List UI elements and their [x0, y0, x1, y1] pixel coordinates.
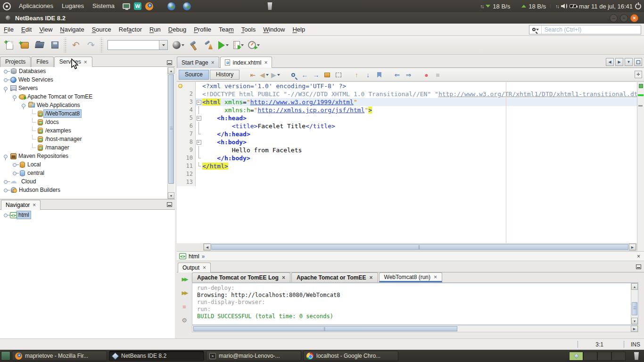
- workspace-3[interactable]: [597, 352, 611, 361]
- rectangular-selection-button[interactable]: [333, 70, 344, 80]
- menu-profile[interactable]: Profile: [190, 24, 215, 36]
- tree-item[interactable]: /WebTomcat8: [0, 109, 175, 118]
- expander-icon[interactable]: [3, 67, 10, 75]
- network-traffic-icon[interactable]: ↑↓: [480, 3, 483, 9]
- tree-item[interactable]: Servers: [0, 84, 175, 92]
- code-line-12[interactable]: 12: [177, 170, 637, 178]
- no-errors-badge[interactable]: [639, 84, 643, 88]
- tree-item[interactable]: Apache Tomcat or TomEE: [0, 92, 175, 101]
- network-indicator-icon[interactable]: ↑↓: [555, 3, 559, 9]
- output-hscrollbar[interactable]: ▶: [192, 325, 638, 332]
- next-occurrence-button[interactable]: ↓: [363, 70, 373, 80]
- workspace-4[interactable]: [611, 352, 626, 361]
- ubuntu-menu-lugares[interactable]: Lugares: [58, 0, 88, 12]
- expander-icon[interactable]: [3, 84, 10, 92]
- display-icon[interactable]: [123, 3, 130, 9]
- clock[interactable]: mar 11 de jul, 16:41: [579, 3, 633, 10]
- ubuntu-menu-aplicaciones[interactable]: Aplicaciones: [15, 0, 58, 12]
- tree-item[interactable]: Web Applications: [0, 101, 175, 109]
- tab-output[interactable]: Output×: [178, 263, 211, 272]
- minimize-window-group-icon[interactable]: [636, 264, 641, 269]
- new-project-button[interactable]: [17, 38, 32, 52]
- tree-item[interactable]: Cloud: [0, 177, 175, 186]
- close-icon[interactable]: ×: [282, 275, 285, 280]
- stripe-mark-green[interactable]: [638, 94, 644, 96]
- globe-icon[interactable]: [167, 2, 175, 10]
- code-editor[interactable]: <?xml version='1.0' encoding='UTF-8' ?>2…: [177, 82, 637, 243]
- dropdown-caret-icon[interactable]: [226, 44, 229, 46]
- code-line-5[interactable]: 5 <h:head>: [177, 114, 637, 122]
- code-line-10[interactable]: 10 </h:body>: [177, 154, 637, 162]
- code-line-8[interactable]: 8 <h:body>: [177, 138, 637, 146]
- new-file-button[interactable]: [2, 38, 17, 52]
- previous-match-button[interactable]: ←: [299, 70, 310, 80]
- menu-refactor[interactable]: Refactor: [115, 24, 146, 36]
- menu-debug[interactable]: Debug: [165, 24, 190, 36]
- split-document-icon[interactable]: ✛: [635, 71, 642, 78]
- menu-window[interactable]: Window: [259, 24, 289, 36]
- debug-project-button[interactable]: [231, 38, 246, 52]
- rerun-with-different-parameters-button[interactable]: ▶▶: [180, 288, 189, 297]
- stop-macro-recording-button[interactable]: ■: [432, 70, 443, 80]
- trash-icon[interactable]: [634, 352, 639, 360]
- output-console[interactable]: run-deploy:Browsing: http://localhost:80…: [192, 283, 638, 325]
- expander-icon[interactable]: [3, 177, 10, 186]
- tab-services[interactable]: Services×: [54, 57, 92, 67]
- close-icon[interactable]: ×: [211, 60, 215, 66]
- search-scope-caret-icon[interactable]: [536, 29, 539, 31]
- taskbar-window-button[interactable]: »mario@mario-Lenovo-...: [206, 351, 301, 361]
- tree-item[interactable]: /manager: [0, 143, 175, 152]
- dropdown-caret-icon[interactable]: [277, 74, 280, 76]
- expander-icon[interactable]: [21, 101, 28, 109]
- distributor-logo-icon[interactable]: [3, 2, 11, 10]
- close-icon[interactable]: ×: [84, 59, 87, 65]
- power-icon[interactable]: [635, 3, 641, 9]
- fold-line-icon[interactable]: [196, 146, 202, 154]
- code-line-3[interactable]: 3<html xmlns="http://www.w3.org/1999/xht…: [177, 98, 637, 106]
- tree-item[interactable]: /examples: [0, 126, 175, 135]
- tab-tomcat-log[interactable]: Apache Tomcat or TomEE Log×: [192, 272, 290, 282]
- breadcrumb-item[interactable]: html: [189, 253, 199, 260]
- undo-button[interactable]: ↶: [69, 38, 83, 52]
- tab-navigator[interactable]: Navigator×: [1, 200, 41, 210]
- fold-line-icon[interactable]: [196, 122, 202, 130]
- hint-bulb-icon[interactable]: [178, 84, 182, 88]
- tab-index-xhtml[interactable]: index.xhtml×: [220, 57, 272, 68]
- code-line-4[interactable]: 4 xmlns:h="http://xmlns.jcp.org/jsf/html…: [177, 106, 637, 114]
- tree-item[interactable]: /docs: [0, 118, 175, 126]
- tab-files[interactable]: Files: [31, 57, 53, 67]
- default-browser-button[interactable]: [171, 38, 185, 52]
- save-all-button[interactable]: [48, 38, 62, 52]
- fold-box-icon[interactable]: [196, 138, 202, 146]
- run-project-button[interactable]: [216, 38, 231, 52]
- firefox-icon[interactable]: [145, 2, 153, 10]
- globe-icon[interactable]: [183, 2, 191, 10]
- fold-line-icon[interactable]: [196, 106, 202, 114]
- maximize-button[interactable]: ▫: [620, 14, 628, 22]
- expander-icon[interactable]: [3, 211, 10, 219]
- messenger-icon[interactable]: W: [134, 2, 141, 10]
- scroll-down-icon[interactable]: ▼: [168, 192, 174, 199]
- scroll-down-icon[interactable]: ▼: [631, 318, 638, 324]
- clean-and-build-project-button[interactable]: [201, 38, 215, 52]
- close-icon[interactable]: ×: [370, 275, 373, 280]
- combo-dropdown-icon[interactable]: [159, 41, 167, 49]
- menu-navigate[interactable]: Navigate: [56, 24, 88, 36]
- taskbar-window-button[interactable]: maprietove - Mozilla Fir...: [12, 351, 107, 361]
- menu-file[interactable]: File: [0, 24, 17, 36]
- previous-occurrence-button[interactable]: ↑: [351, 70, 362, 80]
- scroll-right-icon[interactable]: ▶: [631, 326, 638, 332]
- ubuntu-menu-sistema[interactable]: Sistema: [88, 0, 119, 12]
- source-view-button[interactable]: Source: [179, 70, 209, 80]
- close-icon[interactable]: ×: [203, 265, 206, 271]
- fold-corner-icon[interactable]: [196, 130, 202, 138]
- stripe-mark-caret[interactable]: [638, 105, 643, 107]
- taskbar-window-button[interactable]: NetBeans IDE 8.2: [109, 351, 204, 361]
- battery-icon[interactable]: [570, 4, 577, 8]
- workspace-1[interactable]: [569, 352, 583, 361]
- last-edit-position-button[interactable]: ⇤: [248, 70, 258, 80]
- tab-tomcat[interactable]: Apache Tomcat or TomEE×: [291, 272, 378, 282]
- tree-item[interactable]: Hudson Builders: [0, 186, 175, 194]
- shift-line-right-button[interactable]: ⇒: [403, 70, 413, 80]
- scroll-up-icon[interactable]: ▲: [631, 283, 638, 290]
